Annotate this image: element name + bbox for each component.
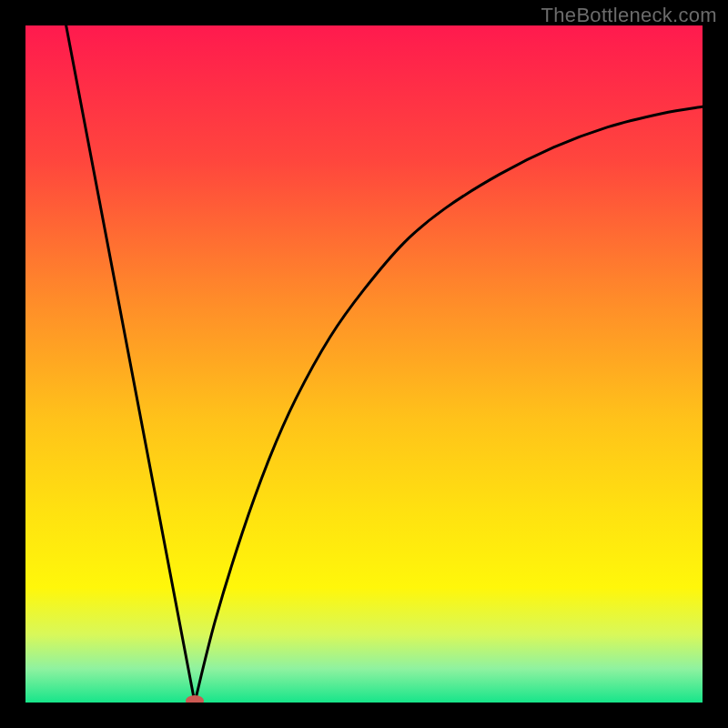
plot-area [25, 25, 703, 703]
chart-svg [25, 25, 703, 703]
watermark-text: TheBottleneck.com [541, 4, 717, 27]
chart-frame: TheBottleneck.com [0, 0, 728, 728]
gradient-background [25, 25, 703, 703]
